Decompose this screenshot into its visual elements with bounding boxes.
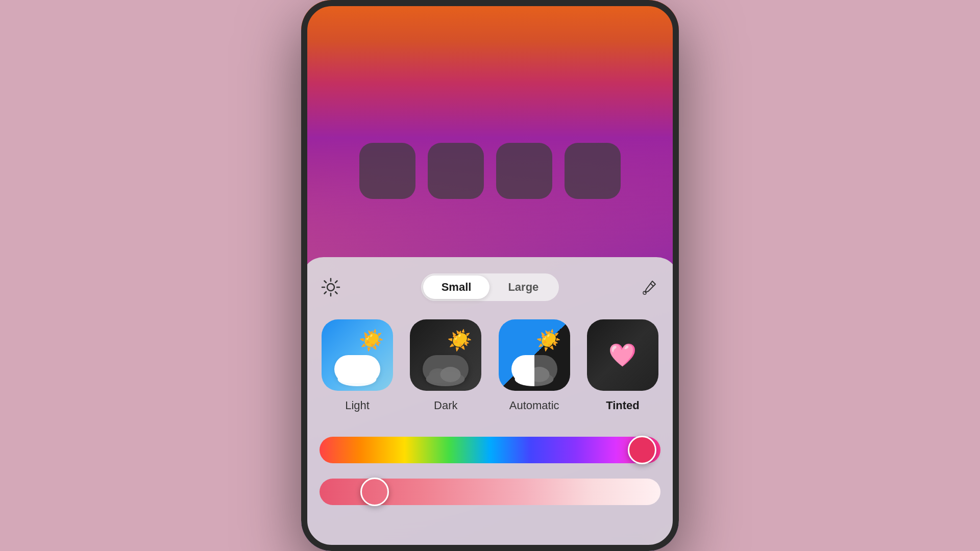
svg-line-9 [650, 283, 653, 286]
icon-automatic-label: Automatic [509, 399, 559, 412]
icon-option-light[interactable]: ☀️ Light [322, 319, 393, 412]
cloud-auto-icon [512, 361, 556, 387]
app-icon-2 [428, 143, 484, 199]
svg-line-8 [325, 292, 327, 294]
icon-tinted-label: Tinted [606, 399, 640, 412]
sun-icon-dark: ☀️ [452, 329, 472, 348]
icon-light-preview: ☀️ [322, 319, 393, 391]
color-slider-thumb[interactable] [628, 436, 656, 464]
icon-dark-preview: ☀️ [410, 319, 481, 391]
svg-line-6 [335, 292, 337, 294]
sun-icon-auto: ☀️ [541, 329, 561, 348]
saturation-slider-container [320, 479, 660, 505]
phone-frame: Small Large ☀️ [301, 0, 679, 551]
app-icon-4 [565, 143, 621, 199]
icon-option-dark[interactable]: ☀️ Dark [410, 319, 481, 412]
color-slider-track[interactable] [320, 437, 660, 463]
svg-point-13 [352, 367, 373, 382]
panel-top-row: Small Large [320, 273, 660, 301]
cloud-icon [336, 361, 379, 387]
icon-light-label: Light [345, 399, 370, 412]
app-icon-1 [359, 143, 415, 199]
app-icons-row [301, 143, 679, 199]
customization-panel: Small Large ☀️ [301, 257, 679, 551]
icon-option-automatic[interactable]: ☀️ [499, 319, 570, 412]
color-slider-container [320, 437, 660, 463]
svg-point-0 [327, 284, 334, 291]
brightness-icon[interactable] [320, 276, 342, 298]
icon-option-tinted[interactable]: 🩷 Tinted [587, 319, 658, 412]
size-toggle: Small Large [421, 273, 559, 301]
icon-automatic-preview: ☀️ [499, 319, 570, 391]
small-size-button[interactable]: Small [423, 276, 490, 299]
icon-tinted-preview: 🩷 [587, 319, 658, 391]
cloud-dark-icon [424, 361, 468, 387]
hearts-icon: 🩷 [608, 342, 636, 368]
svg-point-16 [440, 367, 461, 382]
sun-icon: ☀️ [363, 329, 384, 348]
saturation-slider-thumb[interactable] [360, 478, 389, 506]
svg-line-7 [335, 281, 337, 283]
svg-point-10 [643, 291, 646, 294]
svg-line-5 [325, 281, 327, 283]
saturation-slider-track[interactable] [320, 479, 660, 505]
icon-options-row: ☀️ Light ☀️ [320, 319, 660, 412]
icon-dark-label: Dark [434, 399, 457, 412]
app-icon-3 [496, 143, 552, 199]
eyedropper-button[interactable] [638, 276, 660, 298]
large-size-button[interactable]: Large [489, 276, 557, 299]
